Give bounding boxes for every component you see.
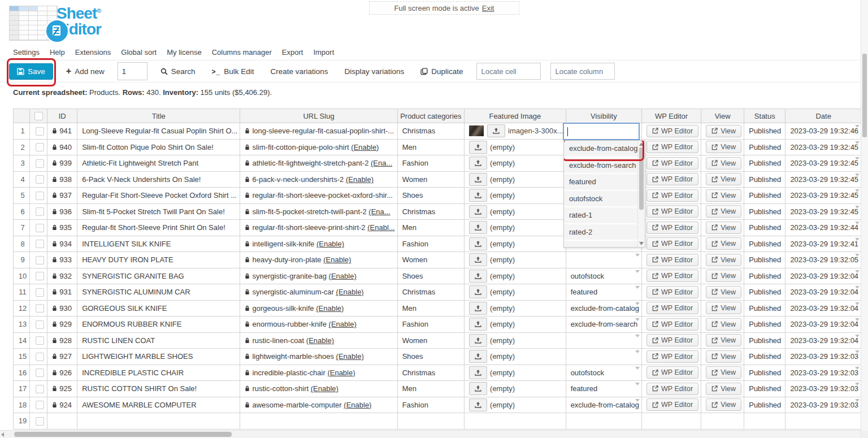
menu-item-global-sort[interactable]: Global sort <box>121 48 157 57</box>
wp-editor-button[interactable]: WP Editor <box>646 205 698 218</box>
cell-url-slug[interactable]: intelligent-silk-knife (Enable) <box>240 236 397 252</box>
cell-featured-image[interactable]: (empty) <box>465 397 566 413</box>
cell-status[interactable]: Published <box>744 316 785 333</box>
cell-date[interactable]: 2023-03-29 19:32:45 <box>785 171 862 188</box>
cell-featured-image[interactable]: (empty) <box>465 332 566 349</box>
row-checkbox[interactable] <box>36 224 44 232</box>
cell-visibility[interactable]: outofstock <box>566 365 641 381</box>
row-checkbox[interactable] <box>36 240 44 248</box>
cell-url-slug[interactable]: gorgeous-silk-knife (Enable) <box>240 300 397 316</box>
cell-visibility[interactable]: exclude-from-search <box>566 316 641 333</box>
upload-image-button[interactable] <box>469 398 487 411</box>
row-number[interactable]: 19 <box>14 413 30 430</box>
cell-url-slug[interactable]: awesome-marble-computer (Enable) <box>240 397 397 413</box>
cell-title[interactable]: Slim-fit 5-Pocket Stretch Twill Pant On … <box>77 203 240 220</box>
upload-image-button[interactable] <box>469 205 487 218</box>
row-number[interactable]: 17 <box>14 381 30 397</box>
visibility-cell-editor[interactable] <box>563 123 640 140</box>
wp-editor-button[interactable]: WP Editor <box>646 157 698 170</box>
cell-status[interactable]: Published <box>744 268 785 284</box>
column-header-visibility[interactable]: Visibility <box>566 109 641 123</box>
cell-date[interactable]: 2023-03-29 19:32:04 <box>785 268 862 284</box>
enable-link[interactable]: (Enable) <box>329 272 357 280</box>
row-checkbox[interactable] <box>36 272 44 280</box>
vertical-scrollbar[interactable] <box>861 0 868 438</box>
horizontal-scrollbar-thumb[interactable] <box>14 432 232 437</box>
exit-fullscreen-link[interactable]: Exit <box>482 4 494 12</box>
cell-title[interactable]: ENORMOUS RUBBER KNIFE <box>77 316 240 333</box>
cell-featured-image[interactable]: (empty) <box>465 252 566 268</box>
wp-editor-button[interactable]: WP Editor <box>646 302 698 314</box>
cell-id[interactable]: 927 <box>47 349 77 365</box>
wp-editor-button[interactable]: WP Editor <box>646 366 698 379</box>
vertical-scrollbar-thumb[interactable] <box>862 54 867 137</box>
cell-status[interactable]: Published <box>744 220 785 236</box>
enable-link[interactable]: (Enable) <box>336 352 364 361</box>
cell-date[interactable] <box>785 413 862 430</box>
cell-status[interactable]: Published <box>744 203 785 220</box>
menu-item-settings[interactable]: Settings <box>13 48 40 57</box>
cell-featured-image[interactable]: (empty) <box>465 171 566 188</box>
view-button[interactable]: View <box>706 398 741 411</box>
row-checkbox[interactable] <box>36 288 44 297</box>
dropdown-arrow-icon[interactable] <box>635 399 640 402</box>
wp-editor-button[interactable]: WP Editor <box>646 350 698 363</box>
cell-title[interactable] <box>77 413 240 430</box>
view-button[interactable]: View <box>706 173 741 185</box>
dropdown-arrow-icon[interactable] <box>855 318 860 321</box>
row-checkbox[interactable] <box>36 417 44 426</box>
cell-title[interactable]: LIGHTWEIGHT MARBLE SHOES <box>77 349 240 365</box>
upload-image-button[interactable] <box>469 189 487 202</box>
dropdown-arrow-icon[interactable] <box>855 254 860 257</box>
view-button[interactable]: View <box>706 366 741 379</box>
cell-visibility[interactable] <box>566 332 641 349</box>
cell-id[interactable]: 937 <box>47 188 77 204</box>
cell-featured-image[interactable]: (empty) <box>465 155 566 172</box>
row-checkbox[interactable] <box>36 192 44 200</box>
view-button[interactable]: View <box>706 334 741 346</box>
wp-editor-button[interactable]: WP Editor <box>646 334 698 346</box>
dropdown-arrow-icon[interactable] <box>855 222 860 224</box>
cell-visibility[interactable] <box>566 413 641 430</box>
product-thumbnail[interactable] <box>469 125 484 136</box>
wp-editor-button[interactable]: WP Editor <box>646 125 698 137</box>
cell-status[interactable]: Published <box>744 139 785 155</box>
dropdown-arrow-icon[interactable] <box>855 286 860 289</box>
cell-featured-image[interactable] <box>465 413 566 430</box>
menu-item-export[interactable]: Export <box>282 48 303 57</box>
display-variations-button[interactable]: Display variations <box>341 67 407 76</box>
dropdown-arrow-icon[interactable] <box>635 335 640 337</box>
cell-status[interactable]: Published <box>744 123 785 140</box>
view-button[interactable]: View <box>706 222 741 234</box>
cell-date[interactable]: 2023-03-29 19:32:04 <box>785 300 862 316</box>
wp-editor-button[interactable]: WP Editor <box>646 222 698 234</box>
cell-id[interactable] <box>47 413 77 430</box>
wp-editor-button[interactable]: WP Editor <box>646 383 698 395</box>
cell-id[interactable]: 939 <box>47 155 77 172</box>
cell-product-categories[interactable]: Shoes <box>397 349 464 365</box>
dropdown-scrollbar-thumb[interactable] <box>639 148 644 210</box>
cell-id[interactable]: 941 <box>47 123 77 140</box>
menu-item-my-license[interactable]: My license <box>167 48 201 57</box>
cell-id[interactable]: 931 <box>47 284 77 301</box>
cell-featured-image[interactable]: (empty) <box>465 284 566 301</box>
enable-link[interactable]: (Enable) <box>336 288 364 296</box>
view-button[interactable]: View <box>706 302 741 314</box>
cell-date[interactable]: 2023-03-29 19:32:03 <box>785 349 862 365</box>
cell-url-slug[interactable] <box>240 413 397 430</box>
bulk-edit-button[interactable]: Bulk Edit <box>208 67 257 76</box>
upload-image-button[interactable] <box>469 366 487 379</box>
dropdown-scrollbar[interactable] <box>637 141 645 247</box>
upload-image-button[interactable] <box>469 173 487 186</box>
row-checkbox[interactable] <box>36 304 44 313</box>
cell-date[interactable]: 2023-03-29 19:32:45 <box>785 139 862 155</box>
cell-product-categories[interactable]: Christmas <box>397 203 464 220</box>
cell-title[interactable]: AWESOME MARBLE COMPUTER <box>77 397 240 413</box>
cell-status[interactable]: Published <box>744 397 785 413</box>
column-header-title[interactable]: Title <box>77 109 240 123</box>
row-number[interactable]: 14 <box>14 332 30 349</box>
locate-column-input[interactable] <box>550 63 615 80</box>
row-number[interactable]: 16 <box>14 365 30 381</box>
locate-cell-input[interactable] <box>476 63 541 80</box>
row-checkbox[interactable] <box>36 127 44 136</box>
